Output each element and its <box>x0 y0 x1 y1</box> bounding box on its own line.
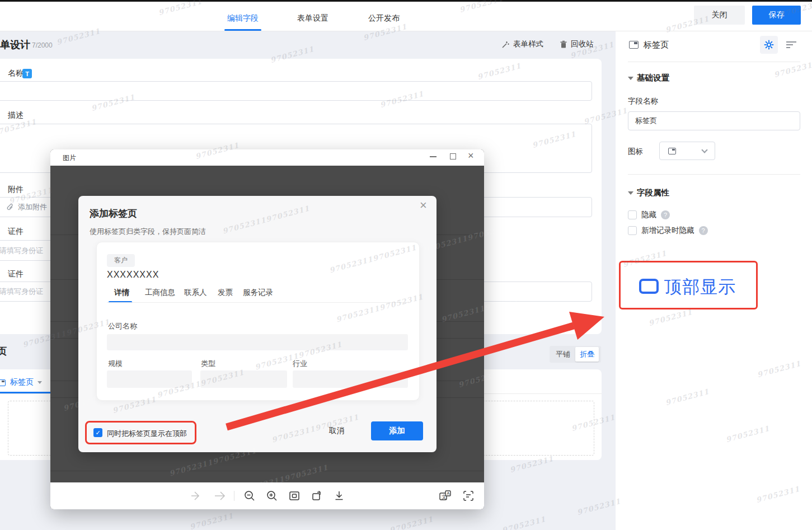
tab-edit-fields[interactable]: 编辑字段 <box>223 3 263 32</box>
add-tab-dialog: × 添加标签页 使用标签页归类字段，保持页面简洁 客户 XXXXXXXX 详情 … <box>78 196 436 452</box>
add-attachment-label: 添加附件 <box>18 202 47 212</box>
dialog-close-icon[interactable]: × <box>420 198 427 213</box>
basic-section-title[interactable]: 基础设置 <box>637 73 669 83</box>
hide-checkbox[interactable] <box>628 210 637 219</box>
sort-icon[interactable] <box>786 40 797 51</box>
type-label: 类型 <box>201 359 215 369</box>
hide-on-new-checkbox[interactable] <box>628 226 637 235</box>
field-counter: 7/2000 <box>32 41 53 49</box>
dialog-title: 添加标签页 <box>90 207 137 220</box>
top-display-checkbox-icon <box>639 279 659 294</box>
watermark: 97052311 <box>501 515 547 530</box>
trash-icon <box>560 40 567 49</box>
scale-label: 规模 <box>108 359 123 369</box>
hide-label: 隐藏 <box>641 210 656 220</box>
chevron-down-icon <box>701 147 707 153</box>
tab-form-settings[interactable]: 表单设置 <box>293 3 332 32</box>
props-section-title[interactable]: 字段属性 <box>637 187 669 198</box>
settings-button[interactable] <box>760 36 778 54</box>
add-button[interactable]: 添加 <box>371 421 423 440</box>
company-name-input[interactable] <box>107 334 408 350</box>
tab-page-tab[interactable]: 标签页 <box>10 377 42 387</box>
preview-tab-invoice[interactable]: 发票 <box>218 288 233 298</box>
download-icon[interactable] <box>333 490 345 504</box>
field-name-label: 字段名称 <box>628 96 658 106</box>
tab-public-publish[interactable]: 公开发布 <box>364 3 403 32</box>
selected-icon <box>668 148 676 154</box>
help-icon[interactable]: ? <box>661 210 670 219</box>
fit-screen-icon[interactable] <box>288 490 301 504</box>
watermark: 97052311 <box>388 515 434 530</box>
icon-label: 图标 <box>628 147 643 157</box>
show-on-top-checkbox[interactable]: ✓ <box>93 428 102 437</box>
viewer-titlebar[interactable]: 图片 × <box>50 149 484 166</box>
text-type-badge: T <box>22 69 32 78</box>
form-style-button[interactable]: 表单样式 <box>501 39 543 49</box>
annotation-highlight-box: 顶部显示 <box>619 261 758 309</box>
type-input[interactable] <box>200 370 287 388</box>
design-title: 表单设计 <box>0 38 30 51</box>
icon-dropdown[interactable] <box>659 142 715 160</box>
recycle-bin-button[interactable]: 回收站 <box>560 39 594 49</box>
top-display-label: 顶部显示 <box>664 275 736 299</box>
basic-section-caret[interactable] <box>628 77 633 80</box>
preview-tab-divider <box>107 302 408 303</box>
annotation-highlight-box-dialog: ✓ 同时把标签页显示在顶部 <box>85 421 196 444</box>
sidebar-title: 标签页 <box>644 40 669 50</box>
scale-input[interactable] <box>107 370 192 388</box>
translate-icon[interactable]: 文 A <box>439 490 452 504</box>
tab-page-icon <box>0 379 6 386</box>
hide-checkbox-row: 隐藏 ? <box>628 210 670 220</box>
company-name-label: 公司名称 <box>108 321 137 331</box>
description-field-label: 描述 <box>8 110 24 120</box>
cert1-field-label: 证件 <box>8 227 24 237</box>
svg-text:A: A <box>447 491 450 496</box>
rotate-icon[interactable] <box>311 490 323 504</box>
industry-input[interactable] <box>293 370 408 388</box>
preview-tab-contacts[interactable]: 联系人 <box>184 288 207 298</box>
gear-icon <box>764 40 774 50</box>
toggle-collapse[interactable]: 折叠 <box>575 347 599 362</box>
chevron-down-icon <box>37 381 42 384</box>
zoom-out-icon[interactable] <box>243 490 256 504</box>
minimize-icon[interactable] <box>430 156 436 157</box>
record-title: XXXXXXXX <box>107 270 159 280</box>
preview-card: 客户 XXXXXXXX 详情 工商信息 联系人 发票 服务记录 公司名称 规模 … <box>96 242 420 401</box>
cancel-button[interactable]: 取消 <box>329 426 344 436</box>
prev-image-icon[interactable] <box>190 490 203 504</box>
property-sidebar: 标签页 基础设置 字段名称 标签页 图 <box>616 31 812 530</box>
watermark: 97052311 <box>576 497 622 517</box>
dialog-subtitle: 使用标签页归类字段，保持页面简洁 <box>90 227 206 237</box>
maximize-icon[interactable] <box>450 153 456 160</box>
field-name-input[interactable]: 标签页 <box>628 111 800 130</box>
close-button[interactable]: 关闭 <box>694 6 745 25</box>
image-viewer-window: 图片 × <box>50 149 484 509</box>
industry-label: 行业 <box>293 359 307 369</box>
ocr-scan-icon[interactable] <box>462 490 475 504</box>
paperclip-icon <box>6 203 14 211</box>
show-on-top-label: 同时把标签页显示在顶部 <box>107 429 187 439</box>
props-section-caret[interactable] <box>628 191 633 195</box>
save-button[interactable]: 保存 <box>752 6 801 25</box>
name-field-label: 名称 <box>8 68 24 78</box>
zoom-in-icon[interactable] <box>266 490 278 504</box>
toggle-tile[interactable]: 平铺 <box>551 347 575 362</box>
top-header: 编辑字段 表单设置 公开发布 关闭 保存 <box>0 2 812 31</box>
attachment-field-label: 附件 <box>8 185 24 195</box>
name-input[interactable] <box>0 81 592 101</box>
help-icon[interactable]: ? <box>699 226 708 235</box>
preview-tab-service[interactable]: 服务记录 <box>243 288 273 298</box>
magic-wand-icon <box>501 40 510 49</box>
hide-on-new-label: 新增记录时隐藏 <box>641 226 694 236</box>
close-window-icon[interactable]: × <box>468 150 474 162</box>
viewer-toolbar: 文 A <box>50 482 484 509</box>
preview-tab-business[interactable]: 工商信息 <box>145 288 175 298</box>
app-root: 编辑字段 表单设置 公开发布 关闭 保存 表单设计 7/2000 表单样式 回收… <box>0 0 812 530</box>
tab-section-title: 标签页 <box>0 346 7 358</box>
record-type-badge: 客户 <box>107 254 135 267</box>
preview-tab-detail[interactable]: 详情 <box>114 288 129 298</box>
hide-on-new-checkbox-row: 新增记录时隐藏 ? <box>628 226 708 236</box>
next-image-icon[interactable] <box>214 490 226 504</box>
toolbar-divider <box>234 491 234 501</box>
cert2-field-label: 证件 <box>8 269 24 279</box>
